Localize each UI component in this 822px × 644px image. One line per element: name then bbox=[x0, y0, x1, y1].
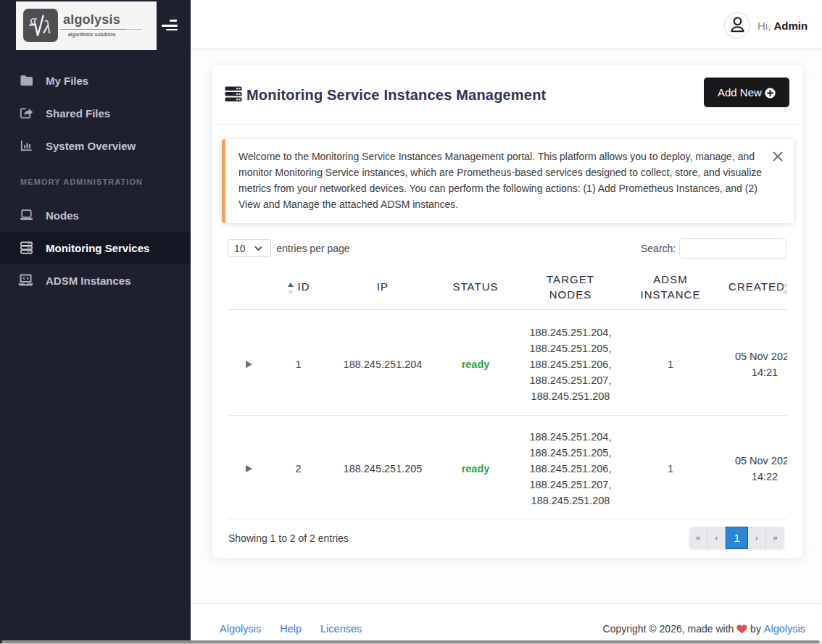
svg-text:λ: λ bbox=[43, 17, 51, 37]
